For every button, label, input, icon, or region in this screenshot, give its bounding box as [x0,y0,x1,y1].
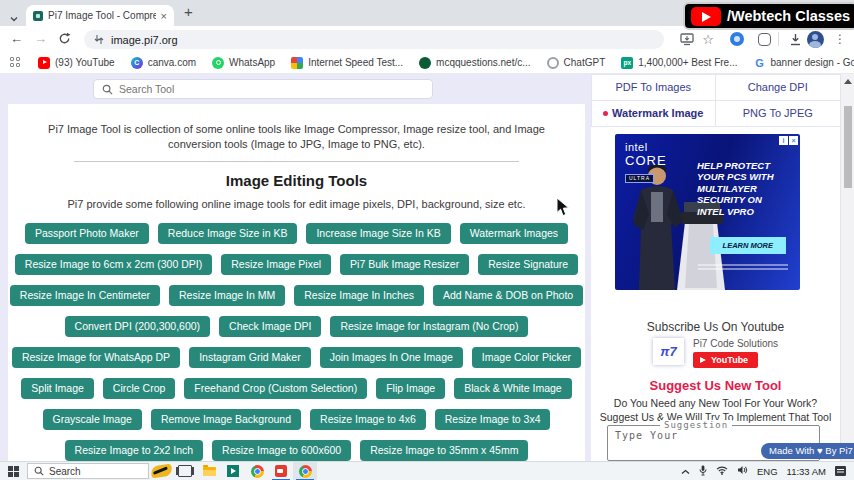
address-bar[interactable]: image.pi7.org [84,30,664,49]
extension-blue-circle-icon[interactable] [729,30,745,48]
tool-button[interactable]: Resize Image to 4x6 [310,409,426,430]
movies-tv-icon[interactable] [221,462,245,480]
intel-ad-banner[interactable]: i × intel CORE ULTRA HELP PROTECT YOUR P… [615,134,800,290]
pi7-favicon-icon [33,11,43,21]
suggest-heading: Suggest Us New Tool [591,378,840,393]
tool-button[interactable]: Resize Image In MM [169,285,285,306]
microphone-icon[interactable] [699,465,707,478]
tray-expand-icon[interactable] [681,466,690,477]
save-to-device-icon[interactable] [678,30,696,48]
tab-close-icon[interactable]: × [161,11,167,21]
chrome-active-icon[interactable] [293,462,317,480]
tool-button[interactable]: Resize Image In Inches [294,285,424,306]
tool-button[interactable]: Grayscale Image [43,409,142,430]
tool-button-grid: Passport Photo MakerReduce Image Size in… [8,223,585,461]
tool-button[interactable]: Resize Image to 35mm x 45mm [360,440,528,461]
learn-more-button[interactable]: LEARN MORE [710,237,786,254]
site-settings-icon[interactable] [94,34,104,45]
search-icon [102,84,113,95]
toolbar-divider [778,32,779,46]
speedtest-favicon-icon [291,57,303,69]
tool-button[interactable]: Split Image [21,378,94,399]
volume-icon[interactable] [737,465,748,477]
tool-button[interactable]: Check Image DPI [219,316,321,337]
tool-button[interactable]: Convert DPI (200,300,600) [65,316,211,337]
file-explorer-icon[interactable] [197,462,221,480]
chevron-down-icon[interactable] [9,9,19,27]
tool-button[interactable]: Resize Image In Centimeter [10,285,160,306]
tool-button[interactable]: Resize Signature [478,254,578,275]
tool-button[interactable]: Black & White Image [454,378,571,399]
tool-button[interactable]: Resize Image to 2x2 Inch [65,440,203,461]
back-icon[interactable]: ← [10,31,23,47]
tool-button[interactable]: Add Name & DOB on Photo [433,285,583,306]
sidebar-tool-link[interactable]: Watermark Image [591,100,717,127]
bookmark-item[interactable]: Ccanva.com [131,57,196,69]
tool-button[interactable]: Resize Image to 6cm x 2cm (300 DPI) [15,254,212,275]
system-tray: ENG 11:33 AM [681,465,854,478]
yellow-animal-app-icon[interactable] [149,462,173,480]
scroll-up-arrow[interactable] [844,79,852,84]
sidebar-link-label: PNG To JPEG [743,107,813,119]
youtube-subscribe-button[interactable]: YouTube [693,352,758,368]
search-tool-input[interactable]: Search Tool [93,79,433,99]
tool-button[interactable]: Resize Image to 3x4 [435,409,551,430]
tool-button[interactable]: Image Color Picker [472,347,581,368]
chrome-icon[interactable] [245,462,269,480]
bookmark-item[interactable]: px1,400,000+ Best Fre... [621,57,737,69]
tool-button[interactable]: Flip Image [376,378,445,399]
start-button[interactable] [0,462,27,480]
ad-info-icon[interactable]: i [779,136,788,145]
page-scrollbar[interactable] [840,74,854,461]
tool-button[interactable]: Watermark Images [460,223,568,244]
tool-button[interactable]: Resize Image for WhatsApp DP [12,347,180,368]
sidebar-tool-link[interactable]: PDF To Images [591,74,717,101]
tool-button[interactable]: Reduce Image Size in KB [158,223,298,244]
clock[interactable]: 11:33 AM [787,466,826,477]
bookmark-item[interactable]: mcqquestions.net/c... [419,57,531,69]
tool-button[interactable]: Instagram Grid Maker [189,347,311,368]
language-indicator[interactable]: ENG [757,466,778,477]
sidebar-tool-link[interactable]: Change DPI [715,74,841,101]
download-icon[interactable] [787,30,803,48]
youtube-play-icon [691,7,721,26]
bookmark-item[interactable]: (93) YouTube [38,57,115,69]
tool-button[interactable]: Passport Photo Maker [25,223,149,244]
forward-icon[interactable]: → [34,31,47,47]
taskbar-search-placeholder: Search [49,466,81,477]
tool-button[interactable]: Resize Image for Instagram (No Crop) [330,316,528,337]
profile-avatar[interactable] [806,30,824,48]
task-view-icon[interactable] [173,462,197,480]
play-icon [700,357,706,363]
bookmark-star-icon[interactable]: ☆ [700,30,716,48]
ad-close-icon[interactable]: × [789,136,798,145]
youtube-favicon-icon [38,57,50,69]
tool-button[interactable]: Increase Image Size In KB [306,223,450,244]
reload-icon[interactable] [58,32,71,49]
sidebar-tool-link[interactable]: PNG To JPEG [715,100,841,127]
tool-button[interactable]: Resize Image Pixel [221,254,331,275]
browser-menu-icon[interactable]: ⋮ [834,30,846,48]
red-camera-app-icon[interactable] [269,462,293,480]
sidebar: PDF To ImagesChange DPIWatermark ImagePN… [591,74,840,461]
subscribe-heading: Subscribe Us On Youtube [591,320,840,334]
tool-button[interactable]: Circle Crop [103,378,176,399]
bookmark-item[interactable]: ChatGPT [547,57,606,69]
tool-button[interactable]: Freehand Crop (Custom Selection) [184,378,367,399]
bookmark-item[interactable]: Gbanner design - Go... [754,57,854,69]
tool-button[interactable]: Resize Image to 600x600 [212,440,351,461]
browser-tab[interactable]: Pi7 Image Tool - Compress, Res × [26,5,174,26]
apps-grid-icon[interactable] [10,57,20,68]
new-tab-button[interactable]: + [184,3,193,20]
bookmark-item[interactable]: Internet Speed Test... [291,57,403,69]
tool-button[interactable]: Join Images In One Image [320,347,463,368]
scrollbar-thumb[interactable] [844,106,852,188]
wifi-icon[interactable] [716,466,728,477]
made-with-badge[interactable]: Made With ♥ By Pi7 [761,443,854,459]
extensions-icon[interactable] [757,30,771,48]
tool-button[interactable]: Pi7 Bulk Image Resizer [340,254,469,275]
taskbar-search-input[interactable]: Search [27,463,149,479]
tool-button[interactable]: Remove Image Background [151,409,301,430]
notification-center-icon[interactable] [835,466,846,476]
bookmark-item[interactable]: WhatsApp [212,57,275,69]
